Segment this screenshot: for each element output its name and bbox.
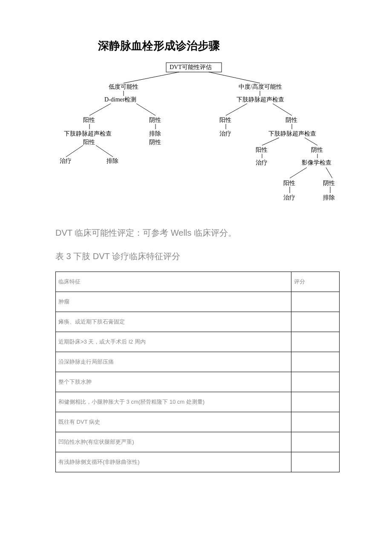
svg-line-20 — [326, 168, 332, 178]
svg-line-5 — [136, 104, 156, 116]
node-left-exclude: 排除 — [107, 157, 118, 165]
node-right-neg-neg-next: 影像学检查 — [302, 159, 331, 167]
node-right-neg-next: 下肢静脉超声检查 — [268, 130, 316, 138]
svg-line-16 — [305, 138, 317, 145]
node-root: DVT可能性评估 — [170, 64, 212, 71]
node-right-neg-neg: 阴性 — [311, 146, 323, 154]
cell-feature: 沿深静脉走行局部压痛 — [56, 352, 291, 372]
cell-feature: 有浅静脉侧支循环(非静脉曲张性) — [56, 452, 291, 472]
svg-line-4 — [89, 104, 111, 116]
table-row: 凹陷性水肿(有症状腿部更严重) — [56, 432, 340, 452]
cell-score — [291, 372, 340, 392]
cell-feature: 凹陷性水肿(有症状腿部更严重) — [56, 432, 291, 452]
table-row: 近期卧床>3 天，或大手术后 l2 周内 — [56, 332, 340, 352]
svg-line-19 — [290, 168, 307, 178]
node-left-neg: 阴性 — [149, 116, 161, 124]
document-page: 深静脉血栓形成诊治步骤 — [0, 0, 392, 498]
cell-score — [291, 352, 340, 372]
node-right-pos: 阳性 — [219, 116, 231, 124]
node-left-pos: 阳性 — [83, 116, 95, 124]
cell-feature: 瘫痪、或近期下肢石膏固定 — [56, 312, 291, 332]
wells-score-table: 临床特征 评分 肿瘤 瘫痪、或近期下肢石膏固定 近期卧床>3 天，或大手术后 l… — [55, 272, 340, 472]
node-left-neg-next: 排除 — [149, 130, 161, 138]
cell-feature: 近期卧床>3 天，或大手术后 l2 周内 — [56, 332, 291, 352]
node-right-img-pos-next: 治疗 — [283, 194, 295, 202]
table-header-row: 临床特征 评分 — [56, 272, 340, 292]
table-row: 沿深静脉走行局部压痛 — [56, 352, 340, 372]
table-row: 整个下肢水肿 — [56, 372, 340, 392]
diagram-lines — [60, 61, 332, 214]
svg-line-8 — [66, 145, 83, 157]
node-right-img-pos: 阳性 — [283, 179, 295, 187]
node-right-img-neg-next: 排除 — [323, 194, 335, 202]
node-right-neg: 阴性 — [285, 116, 297, 124]
table-row: 和健侧相比，小腿肿胀大于 3 cm(胫骨粗隆下 10 cm 处测量) — [56, 392, 340, 412]
node-right-pos-next: 治疗 — [219, 130, 231, 138]
node-left-pos-next: 下肢静脉超声检查 — [64, 130, 112, 138]
table-caption: 表 3 下肢 DVT 诊疗临床特征评分 — [55, 251, 337, 262]
cell-score — [291, 392, 340, 412]
node-left-pos-neg: 阴性 — [149, 139, 161, 146]
node-right-neg-pos-next: 治疗 — [256, 159, 268, 167]
cell-score — [291, 292, 340, 312]
svg-line-9 — [96, 145, 113, 157]
cell-score — [291, 332, 340, 352]
node-right-label: 中度/高度可能性 — [239, 83, 282, 91]
svg-line-2 — [209, 72, 260, 83]
table-row: 有浅静脉侧支循环(非静脉曲张性) — [56, 452, 340, 472]
node-right-img-neg: 阴性 — [323, 179, 335, 187]
cell-score — [291, 312, 340, 332]
page-title: 深静脉血栓形成诊治步骤 — [98, 38, 337, 53]
table-row: 既往有 DVT 病史 — [56, 412, 340, 432]
svg-line-11 — [226, 104, 247, 116]
cell-feature: 和健侧相比，小腿肿胀大于 3 cm(胫骨粗隆下 10 cm 处测量) — [56, 392, 291, 412]
node-right-test: 下肢静脉超声检查 — [236, 96, 284, 104]
flow-diagram: DVT可能性评估 低度可能性 D-dimer检测 阳性 阴性 下肢静脉超声检查 … — [60, 61, 332, 214]
svg-line-1 — [124, 72, 179, 83]
node-left-treat: 治疗 — [60, 157, 72, 165]
svg-line-12 — [273, 104, 292, 116]
node-right-neg-pos: 阳性 — [256, 146, 268, 154]
node-left-label: 低度可能性 — [109, 83, 138, 91]
paragraph-assessment: DVT 临床可能性评定：可参考 Wells 临床评分。 — [55, 227, 337, 239]
cell-score — [291, 432, 340, 452]
header-feature: 临床特征 — [56, 272, 291, 292]
cell-score — [291, 452, 340, 472]
cell-score — [291, 412, 340, 432]
cell-feature: 既往有 DVT 病史 — [56, 412, 291, 432]
cell-feature: 肿瘤 — [56, 292, 291, 312]
node-left-test: D-dimer检测 — [104, 96, 136, 104]
table-row: 瘫痪、或近期下肢石膏固定 — [56, 312, 340, 332]
node-left-pos-pos: 阳性 — [83, 139, 95, 146]
svg-line-15 — [262, 138, 279, 145]
table-row: 肿瘤 — [56, 292, 340, 312]
cell-feature: 整个下肢水肿 — [56, 372, 291, 392]
header-score: 评分 — [291, 272, 340, 292]
